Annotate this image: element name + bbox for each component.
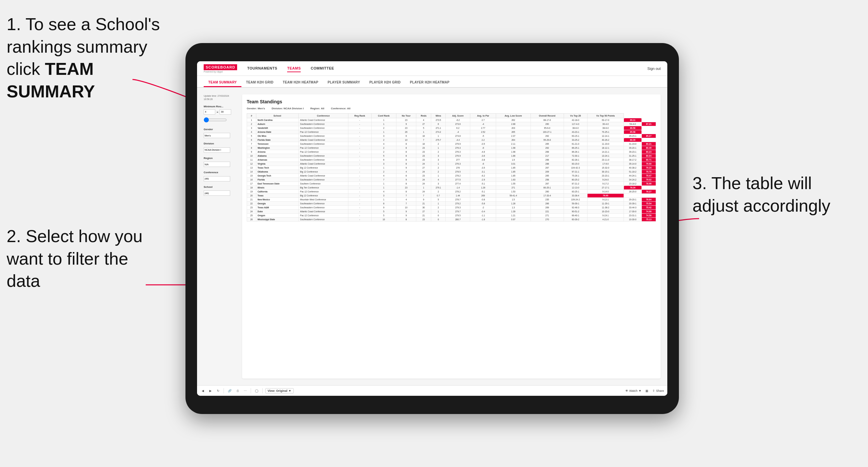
cell-stat: 4 (396, 198, 416, 202)
filter-region-select[interactable]: N/A All East West (204, 162, 230, 167)
cell-conference: Atlantic Coast Conference (299, 210, 348, 214)
cell-stat: 2 (371, 138, 396, 142)
cell-stat: 10 (396, 138, 416, 142)
cell-stat: 5 (431, 198, 446, 202)
toolbar-view-btn[interactable]: View: Original ▼ (265, 388, 294, 394)
toolbar-forward-btn[interactable]: ▶ (208, 388, 213, 393)
toolbar-refresh-btn[interactable]: ↻ (216, 388, 221, 393)
sign-out-button[interactable]: Sign out (647, 67, 661, 70)
tab-player-summary[interactable]: PLAYER SUMMARY (323, 79, 365, 87)
table-area: Team Standings Gender: Men's Division: N… (242, 94, 661, 379)
cell-stat: 7 (416, 194, 431, 198)
cell-stat: 276.9 (445, 154, 470, 158)
toolbar-divider-2 (251, 388, 251, 394)
cell-stat: - (348, 214, 371, 218)
cell-rank: 10 (247, 154, 256, 158)
tab-team-h2h-grid[interactable]: TEAM H2H GRID (241, 79, 278, 87)
meta-division-value: NCAA Division I (283, 107, 304, 110)
col-avg-low-score: Avg. Low Score (496, 114, 530, 118)
cell-stat: 80.49 (642, 146, 656, 150)
cell-stat: 3 (371, 194, 396, 198)
cell-stat: 1 (371, 186, 396, 190)
filter-min-rounds-max-input[interactable] (220, 109, 231, 115)
cell-conference: Southeastern Conference (299, 218, 348, 222)
cell-stat: 23-11-0 (587, 158, 624, 162)
cell-stat: 279.2 (445, 202, 470, 206)
cell-stat: 42-18-0 (564, 118, 587, 122)
cell-stat: - (348, 194, 371, 198)
toolbar-share-link-btn[interactable]: 🔗 (226, 388, 233, 393)
cell-stat: 79.78 (642, 170, 656, 174)
tab-team-summary[interactable]: TEAM SUMMARY (204, 79, 241, 87)
cell-stat: 8 (396, 142, 416, 146)
cell-conference: Atlantic Coast Conference (299, 162, 348, 166)
cell-stat: 9-17-2 (587, 182, 624, 186)
cell-school: Mississippi State (256, 218, 299, 222)
cell-stat: 80.04 (642, 154, 656, 158)
cell-stat: 30 (416, 206, 431, 210)
filter-min-rounds-slider[interactable] (204, 117, 227, 123)
toolbar-share-btn[interactable]: ⇧ Share (652, 389, 664, 393)
cell-stat: -1.4 (445, 186, 470, 190)
nav-committee[interactable]: COMMITTEE (311, 65, 334, 72)
filter-region-label: Region (204, 157, 237, 160)
cell-conference: Southeastern Conference (299, 178, 348, 182)
meta-conference-label: Conference: (331, 107, 346, 110)
cell-school: Duke (256, 210, 299, 214)
meta-gender-value: Men's (258, 107, 265, 110)
table-row: 9ArizonaPac-12 Conference-28232276.3-4.6… (247, 150, 656, 154)
tab-team-h2h-heatmap[interactable]: TEAM H2H HEATMAP (278, 79, 323, 87)
cell-stat: 3 (431, 158, 446, 162)
toolbar-more-btn[interactable]: ⋯ (242, 388, 248, 393)
toolbar-grid-btn[interactable]: ▦ (644, 388, 650, 393)
filter-conference-select[interactable]: (All) Atlantic Coast Conference Southeas… (204, 176, 230, 182)
filter-school-select[interactable]: (All) (204, 190, 230, 196)
cell-stat: 29-15-1 (624, 134, 642, 138)
cell-stat: -3.6 (470, 154, 496, 158)
cell-conference: Big Ten Conference (299, 186, 348, 190)
toolbar-copy-btn[interactable]: ⎙ (236, 388, 240, 393)
cell-stat: 13-24-1 (587, 154, 624, 158)
cell-stat: 11-38-2 (587, 206, 624, 210)
cell-stat: 1 (371, 198, 396, 202)
toolbar-back-btn[interactable]: ◀ (200, 388, 205, 393)
cell-stat: 75.54 (642, 202, 656, 206)
cell-stat: 274.2 (431, 130, 446, 134)
nav-tournaments[interactable]: TOURNAMENTS (247, 65, 277, 72)
cell-stat: 39-20-1 (624, 146, 642, 150)
cell-stat: 100-27-1 (530, 130, 564, 134)
cell-stat: - (348, 166, 371, 170)
cell-stat: 0.7 (431, 194, 446, 198)
cell-rank: 15 (247, 174, 256, 178)
cell-stat: 23 (416, 158, 431, 162)
cell-stat: 9 (371, 206, 396, 210)
cell-stat: - (348, 198, 371, 202)
filter-conference-group: Conference (All) Atlantic Coast Conferen… (204, 171, 237, 182)
cell-school: Texas A&M (256, 206, 299, 210)
nav-teams[interactable]: TEAMS (287, 65, 301, 72)
cell-stat: 87.21 (642, 122, 656, 126)
cell-stat: - (348, 122, 371, 126)
filter-gender-select[interactable]: Men's Women's (204, 133, 230, 138)
col-rnds: Rnds (416, 114, 431, 118)
eye-icon: 👁 (625, 389, 628, 393)
tab-player-h2h-heatmap[interactable]: PLAYER H2H HEATMAP (405, 79, 454, 87)
cell-stat: -6 (470, 162, 496, 166)
cell-stat: 275.7 (431, 138, 446, 142)
filter-min-rounds-min-input[interactable] (204, 109, 215, 115)
filter-division-select[interactable]: NCAA Division I NCAA Division II NCAA Di… (204, 147, 230, 153)
cell-stat: 89.11 (624, 118, 642, 122)
cell-stat: 23-23-1 (587, 174, 624, 178)
cell-rank: 9 (247, 150, 256, 154)
cell-stat: -6.2 (470, 174, 496, 178)
cell-stat: -5.1 (470, 190, 496, 194)
cell-stat: -3.5 (470, 166, 496, 170)
cell-stat: - (348, 190, 371, 194)
toolbar-clock-btn[interactable]: ◯ (254, 388, 260, 393)
cell-stat: 279.3 (445, 206, 470, 210)
cell-stat: -4.4 (445, 138, 470, 142)
tab-player-h2h-grid[interactable]: PLAYER H2H GRID (365, 79, 405, 87)
cell-stat: 278.7 (445, 198, 470, 202)
cell-stat: 61-21-0 (564, 142, 587, 146)
toolbar-watch-btn[interactable]: 👁 Watch ▼ (625, 389, 642, 393)
